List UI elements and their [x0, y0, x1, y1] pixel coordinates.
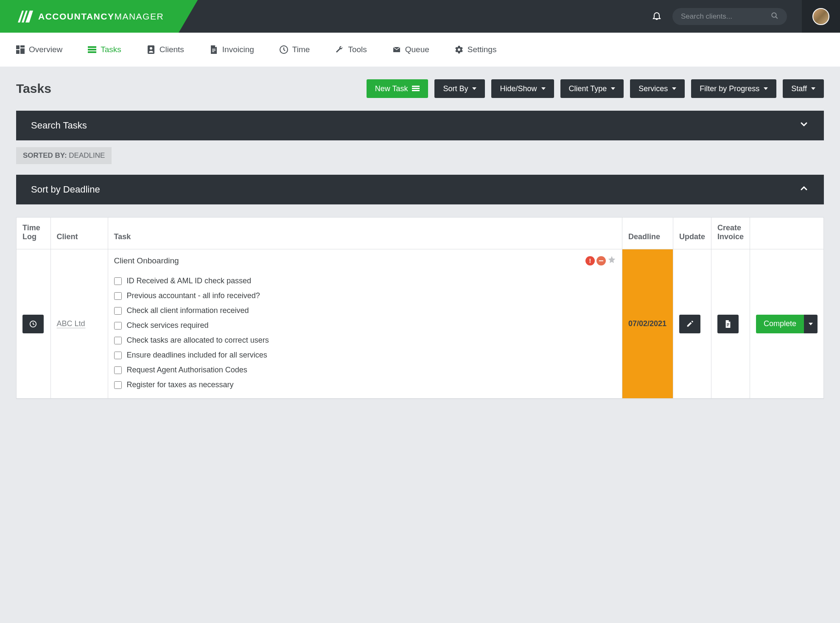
- nav-label: Invoicing: [222, 45, 254, 54]
- caret-down-icon: [611, 87, 615, 90]
- logo-light: MANAGER: [114, 11, 164, 21]
- checklist-item: Register for taxes as necessary: [114, 377, 616, 392]
- complete-dropdown-button[interactable]: [804, 315, 818, 333]
- caret-down-icon: [811, 87, 815, 90]
- svg-rect-4: [20, 48, 25, 54]
- nav-invoicing[interactable]: Invoicing: [210, 45, 254, 54]
- nav-time[interactable]: Time: [280, 45, 310, 54]
- nav-label: Queue: [405, 45, 429, 54]
- search-tasks-panel[interactable]: Search Tasks: [16, 111, 824, 140]
- client-type-button[interactable]: Client Type: [560, 79, 624, 98]
- services-button[interactable]: Services: [630, 79, 685, 98]
- th-invoice: Create Invoice: [711, 218, 750, 249]
- logo-icon: [18, 11, 33, 22]
- checklist-item: Check all client information received: [114, 303, 616, 318]
- nav-label: Settings: [468, 45, 497, 54]
- caret-down-icon: [472, 87, 476, 90]
- app-header: ACCOUNTANCYMANAGER: [0, 0, 840, 33]
- svg-rect-21: [727, 324, 729, 324]
- checklist-label: ID Received & AML ID check passed: [127, 277, 251, 285]
- nav-tools[interactable]: Tools: [335, 45, 367, 54]
- search-input[interactable]: [681, 12, 771, 21]
- checklist-checkbox[interactable]: [114, 307, 122, 315]
- task-title-row: Client Onboarding !: [114, 255, 616, 266]
- header-right: [652, 0, 840, 33]
- svg-line-1: [776, 17, 778, 19]
- checklist-label: Check tasks are allocated to correct use…: [127, 336, 269, 345]
- svg-rect-20: [727, 323, 729, 324]
- checklist-checkbox[interactable]: [114, 292, 122, 300]
- star-icon[interactable]: [608, 255, 616, 266]
- nav-clients[interactable]: Clients: [147, 45, 184, 54]
- page-title: Tasks: [16, 81, 51, 96]
- svg-rect-22: [727, 325, 728, 326]
- client-link[interactable]: ABC Ltd: [57, 319, 85, 328]
- button-label: Sort By: [443, 84, 468, 93]
- timelog-button[interactable]: [22, 315, 44, 333]
- nav-tasks[interactable]: Tasks: [88, 45, 121, 54]
- svg-rect-17: [412, 90, 420, 91]
- checklist-item: Ensure deadlines included for all servic…: [114, 348, 616, 363]
- svg-rect-2: [16, 45, 20, 49]
- th-timelog: Time Log: [17, 218, 50, 249]
- checklist-label: Ensure deadlines included for all servic…: [127, 351, 267, 360]
- create-invoice-button[interactable]: [717, 315, 739, 333]
- svg-rect-7: [88, 49, 96, 50]
- checklist-item: Check tasks are allocated to correct use…: [114, 333, 616, 348]
- task-status-icons: !: [585, 255, 616, 266]
- sorted-by-label: SORTED BY:: [23, 151, 67, 159]
- chevron-down-icon: [799, 119, 809, 132]
- checklist-label: Check all client information received: [127, 306, 249, 315]
- th-client: Client: [50, 218, 108, 249]
- avatar: [812, 8, 829, 25]
- svg-point-10: [150, 47, 152, 50]
- nav-queue[interactable]: Queue: [392, 45, 429, 54]
- checklist-checkbox[interactable]: [114, 352, 122, 359]
- svg-rect-6: [88, 46, 96, 48]
- svg-rect-12: [212, 50, 216, 51]
- bell-icon[interactable]: [652, 11, 662, 22]
- svg-rect-15: [412, 86, 420, 87]
- button-label: New Task: [375, 84, 408, 93]
- th-task: Task: [108, 218, 622, 249]
- checklist-label: Request Agent Authorisation Codes: [127, 366, 247, 374]
- svg-rect-8: [88, 51, 96, 53]
- sorted-by-value: DEADLINE: [67, 151, 105, 159]
- checklist-label: Register for taxes as necessary: [127, 380, 234, 389]
- sort-deadline-panel[interactable]: Sort by Deadline: [16, 175, 824, 204]
- search-icon[interactable]: [771, 12, 778, 21]
- checklist-checkbox[interactable]: [114, 381, 122, 389]
- deadline-cell: 07/02/2021: [622, 249, 673, 399]
- svg-rect-11: [212, 49, 216, 50]
- nav-settings[interactable]: Settings: [455, 45, 497, 54]
- filter-progress-button[interactable]: Filter by Progress: [691, 79, 776, 98]
- caret-down-icon: [764, 87, 768, 90]
- svg-rect-19: [599, 260, 603, 261]
- update-button[interactable]: [679, 315, 700, 333]
- chevron-up-icon: [799, 183, 809, 196]
- checklist-label: Check services required: [127, 321, 209, 330]
- hide-show-button[interactable]: Hide/Show: [491, 79, 554, 98]
- checklist-checkbox[interactable]: [114, 277, 122, 285]
- button-label: Client Type: [569, 84, 607, 93]
- nav-label: Tools: [348, 45, 367, 54]
- sorted-by-badge: SORTED BY: DEADLINE: [16, 147, 112, 164]
- new-task-button[interactable]: New Task: [367, 79, 428, 98]
- alert-icon[interactable]: !: [585, 256, 595, 265]
- th-deadline: Deadline: [622, 218, 673, 249]
- checklist-label: Previous accountant - all info received?: [127, 291, 260, 300]
- checklist-checkbox[interactable]: [114, 322, 122, 330]
- checklist-checkbox[interactable]: [114, 366, 122, 374]
- task-checklist: ID Received & AML ID check passed Previo…: [114, 274, 616, 392]
- checklist-checkbox[interactable]: [114, 337, 122, 344]
- sort-by-button[interactable]: Sort By: [434, 79, 485, 98]
- complete-button[interactable]: Complete: [756, 315, 804, 333]
- minus-icon[interactable]: [596, 256, 606, 265]
- nav-overview[interactable]: Overview: [16, 45, 62, 54]
- th-action: [750, 218, 823, 249]
- caret-down-icon: [672, 87, 676, 90]
- avatar-area[interactable]: [802, 0, 840, 33]
- logo-bold: ACCOUNTANCY: [38, 11, 114, 21]
- staff-button[interactable]: Staff: [783, 79, 824, 98]
- nav-label: Tasks: [101, 45, 121, 54]
